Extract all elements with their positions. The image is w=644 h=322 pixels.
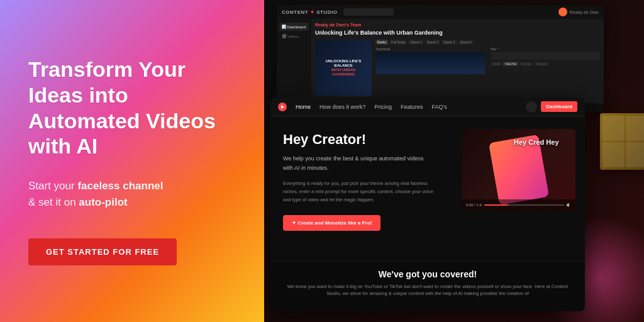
preview-cell-3 xyxy=(602,142,625,167)
small-preview-grid xyxy=(600,113,644,170)
right-panel: CONTENT ✦ STUDIO Ready de Own 📊 Dashboar… xyxy=(264,0,644,322)
nav-logo-icon xyxy=(278,103,287,111)
left-panel: Transform Your Ideas into Automated Vide… xyxy=(0,0,264,322)
app-video-inner: Hey Cred Hey xyxy=(462,129,575,211)
studio-sidebar-dashboard[interactable]: 📊 Dashboard xyxy=(279,23,309,31)
studio-title-style-options: Default VideoTitle YouTube Telegram xyxy=(491,62,601,66)
studio-thumbnail-title-row: Thumbnail Title * Default Video xyxy=(375,47,600,74)
studio-title-input[interactable] xyxy=(491,52,601,60)
studio-tab-fullscript[interactable]: Full Script xyxy=(389,40,407,45)
preview-cell-4 xyxy=(626,142,644,167)
app-bottom-desc: We know you want to make it big on YouTu… xyxy=(283,283,572,297)
app-video-preview: Hey Cred Hey 0:00 / 1:9 xyxy=(462,129,575,211)
main-headline: Transform Your Ideas into Automated Vide… xyxy=(28,57,236,159)
app-video-bar: 0:00 / 1:9 xyxy=(462,199,575,211)
preview-cell-1 xyxy=(602,116,625,141)
studio-tab-scene3[interactable]: Scene 3 xyxy=(441,40,457,45)
studio-scenes: Ranks Full Script Scene 1 Scene 2 Scene … xyxy=(375,40,600,96)
nav-faqs[interactable]: FAQ's xyxy=(432,104,447,110)
video-progress-fill xyxy=(484,204,508,206)
studio-main-title: Unlocking Life's Balance with Urban Gard… xyxy=(315,30,600,36)
app-window: Home How does it work? Pricing Features … xyxy=(270,97,585,311)
studio-style-youtube[interactable]: YouTube xyxy=(519,62,533,66)
app-hero-desc2: Everything is ready for you, just pick y… xyxy=(283,180,434,204)
nav-home[interactable]: Home xyxy=(296,104,311,110)
app-hero-title: Hey Creator! xyxy=(283,131,447,148)
studio-title-label: Title * xyxy=(491,47,601,51)
studio-tab-scene4[interactable]: Scene 4 xyxy=(458,40,474,45)
studio-main-video: UNLOCKING LIFE'SBALANCE WITH URBANGARDEN… xyxy=(315,40,372,96)
studio-style-telegram[interactable]: Telegram xyxy=(534,62,548,66)
nav-how-it-works[interactable]: How does it work? xyxy=(319,104,366,110)
studio-tab-scene2[interactable]: Scene 2 xyxy=(425,40,440,45)
studio-avatar xyxy=(558,8,567,16)
volume-icon xyxy=(567,203,572,207)
studio-scenes-bar: Ranks Full Script Scene 1 Scene 2 Scene … xyxy=(375,40,600,45)
studio-thumbnail-box: Thumbnail xyxy=(375,47,486,74)
studio-logo: CONTENT ✦ STUDIO xyxy=(282,9,337,15)
studio-topbar: CONTENT ✦ STUDIO Ready de Own xyxy=(277,5,604,19)
app-hero-desc: We help you create the best & unique aut… xyxy=(283,154,434,172)
video-progress-bar[interactable] xyxy=(484,204,564,206)
get-started-button[interactable]: GET STARTED FOR FREE xyxy=(28,238,177,265)
nav-right: Dashboard xyxy=(526,101,577,113)
app-video-text-overlay: Hey Cred Hey xyxy=(514,138,570,147)
studio-sidebar-videos[interactable]: 🎬 Videos xyxy=(279,32,309,40)
studio-title-box: Title * Default VideoTitle YouTube Teleg… xyxy=(491,47,601,74)
studio-video-area: UNLOCKING LIFE'SBALANCE WITH URBANGARDEN… xyxy=(315,40,600,96)
studio-thumbnail-img xyxy=(375,52,486,74)
studio-thumb-city-bg xyxy=(375,52,486,74)
studio-style-videotitle[interactable]: VideoTitle xyxy=(503,62,518,66)
app-bottom-section: We've got you covered! We know you want … xyxy=(270,261,585,311)
studio-window: CONTENT ✦ STUDIO Ready de Own 📊 Dashboar… xyxy=(277,5,604,112)
studio-tab-scene1[interactable]: Scene 1 xyxy=(408,40,423,45)
preview-cell-2 xyxy=(626,116,644,141)
studio-video-title: UNLOCKING LIFE'SBALANCE WITH URBANGARDEN… xyxy=(323,59,364,77)
studio-search-bar[interactable] xyxy=(343,8,394,16)
studio-video-overlay: UNLOCKING LIFE'SBALANCE WITH URBANGARDEN… xyxy=(315,40,372,96)
studio-tab-ranks[interactable]: Ranks xyxy=(375,40,388,45)
studio-thumbnail-label: Thumbnail xyxy=(375,47,486,51)
studio-project-title: Ready de Own's Team xyxy=(315,23,600,27)
studio-topbar-right: Ready de Own xyxy=(558,8,599,16)
app-navbar: Home How does it work? Pricing Features … xyxy=(270,97,585,116)
app-bottom-title: We've got you covered! xyxy=(283,269,572,279)
nav-features[interactable]: Features xyxy=(401,104,423,110)
nav-dashboard-btn[interactable]: Dashboard xyxy=(541,101,577,112)
sub-headline: Start your faceless channel & set it on … xyxy=(28,178,236,210)
studio-style-default[interactable]: Default xyxy=(491,62,502,66)
nav-pricing[interactable]: Pricing xyxy=(375,104,392,110)
small-preview-thumbnail xyxy=(600,113,644,170)
studio-username: Ready de Own xyxy=(570,10,599,14)
app-cta-btn[interactable]: ✦ Create and Monetize like a Pro! xyxy=(283,215,380,231)
video-time: 0:00 / 1:9 xyxy=(466,203,482,207)
nav-user-icon[interactable] xyxy=(526,101,537,113)
small-preview-inner xyxy=(600,113,644,170)
